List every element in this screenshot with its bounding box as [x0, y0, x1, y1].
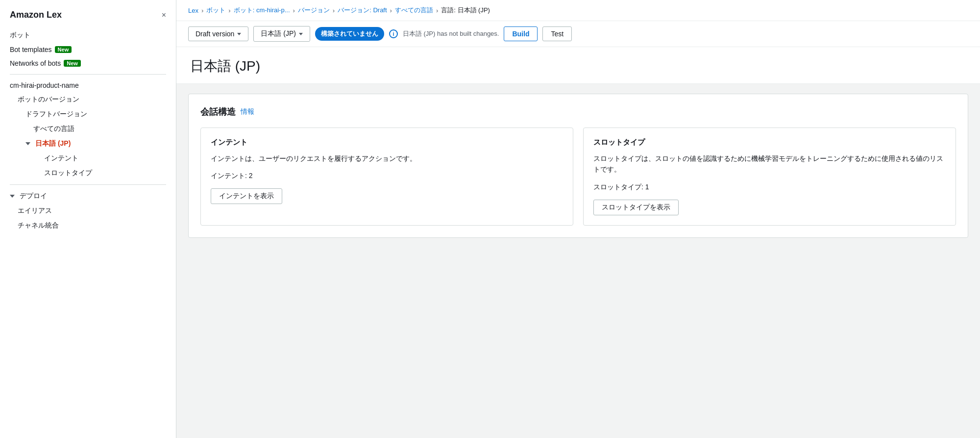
breadcrumb-current: 言語: 日本語 (JP) — [441, 6, 490, 15]
badge-new-bot-templates: New — [55, 46, 72, 53]
section-title-container: 会話構造 情報 — [200, 106, 956, 118]
sidebar-item-bot-versions[interactable]: ボットのバージョン — [0, 92, 176, 107]
sidebar-bot-versions-label: ボットのバージョン — [18, 95, 79, 104]
sidebar-item-intent[interactable]: インテント — [0, 151, 176, 166]
test-button[interactable]: Test — [542, 26, 572, 41]
intent-card: インテント インテントは、ユーザーのリクエストを履行するアクションです。 インテ… — [200, 128, 573, 226]
sidebar-deploy-label: デプロイ — [20, 192, 47, 201]
build-button[interactable]: Build — [504, 26, 538, 41]
draft-version-label: Draft version — [196, 30, 234, 38]
badge-new-networks: New — [64, 60, 81, 67]
divider-1 — [10, 74, 166, 75]
breadcrumb: Lex › ボット › ボット: cm-hirai-p... › バージョン ›… — [176, 0, 980, 21]
language-dropdown[interactable]: 日本語 (JP) — [253, 26, 310, 42]
page-content: 日本語 (JP) 会話構造 情報 インテント インテントは、ユーザーのリクエスト… — [176, 47, 980, 438]
sidebar-item-slot-type[interactable]: スロットタイプ — [0, 166, 176, 180]
sidebar-item-alias[interactable]: エイリアス — [0, 204, 176, 218]
breadcrumb-sep-2: › — [293, 7, 295, 14]
sidebar-intent-label: インテント — [44, 154, 78, 163]
sidebar-bot-name-label: cm-hirai-product-name — [10, 81, 79, 89]
sidebar-item-japanese[interactable]: 日本語 (JP) — [0, 136, 176, 151]
sidebar: Amazon Lex × ボット Bot templates New Netwo… — [0, 0, 176, 438]
conversation-structure-section: 会話構造 情報 インテント インテントは、ユーザーのリクエストを履行するアクショ… — [188, 94, 968, 238]
breadcrumb-sep-1: › — [228, 7, 230, 14]
slot-type-card-title: スロットタイプ — [593, 138, 946, 147]
breadcrumb-sep-3: › — [333, 7, 335, 14]
sidebar-item-bot-templates-label: Bot templates — [10, 46, 52, 53]
slot-type-card-count: スロットタイプ: 1 — [593, 183, 946, 192]
intent-card-desc: インテントは、ユーザーのリクエストを履行するアクションです。 — [211, 153, 563, 164]
breadcrumb-bot-detail[interactable]: ボット: cm-hirai-p... — [234, 6, 290, 15]
info-link[interactable]: 情報 — [241, 107, 254, 116]
breadcrumb-sep-5: › — [436, 7, 438, 14]
draft-version-dropdown[interactable]: Draft version — [188, 26, 248, 41]
breadcrumb-lex[interactable]: Lex — [188, 7, 198, 14]
sidebar-draft-version-label: ドラフトバージョン — [25, 110, 87, 119]
card-grid: インテント インテントは、ユーザーのリクエストを履行するアクションです。 インテ… — [200, 128, 956, 226]
breadcrumb-draft[interactable]: バージョン: Draft — [338, 6, 387, 15]
info-icon[interactable]: i — [389, 29, 398, 38]
sidebar-channel-integration-label: チャネル統合 — [18, 221, 59, 230]
sidebar-item-deploy[interactable]: デプロイ — [0, 189, 176, 204]
sidebar-alias-label: エイリアス — [18, 206, 52, 215]
info-text: 日本語 (JP) has not built changes. — [403, 29, 499, 38]
slot-type-card: スロットタイプ スロットタイプは、スロットの値を認識するために機械学習モデルをト… — [583, 128, 956, 226]
status-badge: 構築されていません — [315, 27, 384, 41]
sidebar-item-networks-of-bots[interactable]: Networks of bots New — [0, 56, 176, 70]
breadcrumb-sep-4: › — [390, 7, 392, 14]
breadcrumb-bots[interactable]: ボット — [206, 6, 225, 15]
section-title: 会話構造 — [200, 106, 236, 118]
triangle-down-deploy-icon — [10, 195, 15, 198]
draft-version-chevron-icon — [237, 33, 241, 35]
toolbar: Draft version 日本語 (JP) 構築されていません i 日本語 (… — [176, 21, 980, 47]
view-slot-types-button[interactable]: スロットタイプを表示 — [593, 200, 679, 215]
intent-card-title: インテント — [211, 138, 563, 147]
breadcrumb-all-lang[interactable]: すべての言語 — [395, 6, 433, 15]
language-label: 日本語 (JP) — [261, 29, 296, 38]
sidebar-item-channel-integration[interactable]: チャネル統合 — [0, 218, 176, 233]
sidebar-item-bot-templates[interactable]: Bot templates New — [0, 43, 176, 56]
slot-type-card-desc: スロットタイプは、スロットの値を認識するために機械学習モデルをトレーニングするた… — [593, 153, 946, 175]
sidebar-all-languages-label: すべての言語 — [33, 125, 74, 133]
triangle-down-icon — [25, 142, 30, 145]
breadcrumb-versions[interactable]: バージョン — [298, 6, 330, 15]
page-title: 日本語 (JP) — [190, 57, 966, 76]
sidebar-header: Amazon Lex × — [0, 10, 176, 28]
main-content: Lex › ボット › ボット: cm-hirai-p... › バージョン ›… — [176, 0, 980, 438]
sidebar-japanese-label: 日本語 (JP) — [35, 139, 71, 148]
view-intents-button[interactable]: インテントを表示 — [211, 188, 282, 204]
sidebar-slot-type-label: スロットタイプ — [44, 169, 92, 178]
language-chevron-icon — [299, 33, 303, 35]
sidebar-item-bot-name[interactable]: cm-hirai-product-name — [0, 78, 176, 92]
divider-2 — [10, 184, 166, 185]
sidebar-item-bots[interactable]: ボット — [0, 28, 176, 43]
app-title: Amazon Lex — [10, 10, 62, 20]
sidebar-item-networks-label: Networks of bots — [10, 59, 61, 67]
close-icon[interactable]: × — [162, 11, 166, 20]
sidebar-item-bots-label: ボット — [10, 31, 30, 40]
page-header: 日本語 (JP) — [176, 47, 980, 84]
breadcrumb-sep-0: › — [201, 7, 203, 14]
intent-card-count: インテント: 2 — [211, 172, 563, 180]
sidebar-item-all-languages[interactable]: すべての言語 — [0, 122, 176, 136]
sidebar-item-draft-version[interactable]: ドラフトバージョン — [0, 107, 176, 122]
